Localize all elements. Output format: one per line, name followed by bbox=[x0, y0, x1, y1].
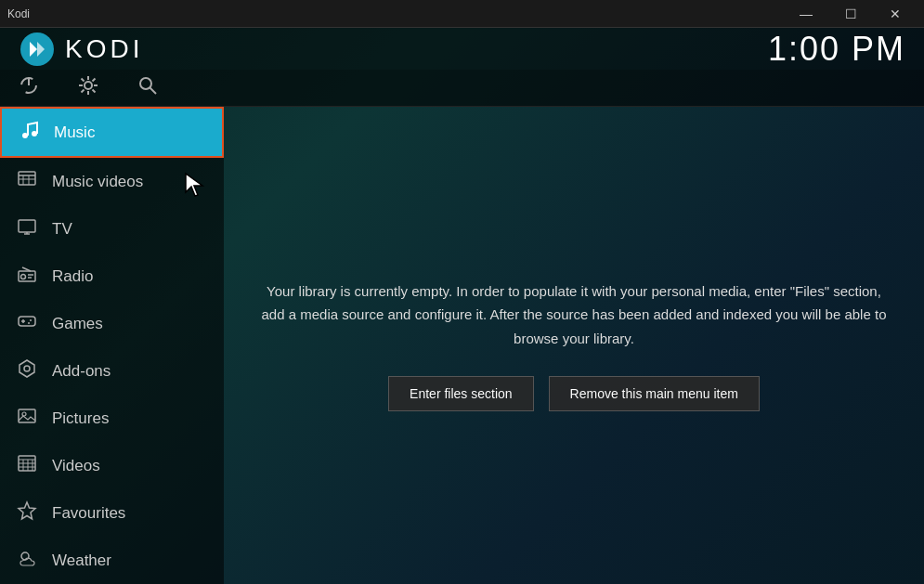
settings-button[interactable] bbox=[72, 70, 104, 106]
svg-rect-18 bbox=[19, 172, 35, 185]
power-button[interactable] bbox=[13, 70, 45, 106]
enter-files-button[interactable]: Enter files section bbox=[388, 376, 534, 411]
svg-point-27 bbox=[21, 275, 26, 279]
sidebar-item-addons[interactable]: Add-ons bbox=[0, 347, 224, 395]
svg-rect-31 bbox=[19, 317, 35, 326]
window-controls: — ☐ ✕ bbox=[785, 0, 917, 28]
svg-line-10 bbox=[82, 79, 85, 82]
radio-icon bbox=[15, 264, 39, 289]
topbar: KODI 1:00 PM bbox=[0, 28, 924, 70]
minimize-button[interactable]: — bbox=[785, 0, 827, 28]
window-chrome: Kodi — ☐ ✕ bbox=[0, 0, 924, 28]
svg-line-12 bbox=[93, 79, 96, 82]
sidebar-item-radio-label: Radio bbox=[52, 267, 93, 286]
music-icon bbox=[17, 120, 41, 145]
svg-point-5 bbox=[85, 82, 92, 89]
search-button[interactable] bbox=[132, 70, 163, 106]
app-container: KODI 1:00 PM bbox=[0, 28, 924, 584]
svg-point-34 bbox=[30, 319, 32, 321]
sidebar-item-music-videos-label: Music videos bbox=[52, 173, 143, 191]
power-icon bbox=[19, 75, 39, 96]
sidebar-item-favourites-label: Favourites bbox=[52, 504, 125, 523]
nav-icons-bar bbox=[0, 70, 924, 107]
sidebar-item-music-label: Music bbox=[54, 123, 95, 142]
sidebar: Music Music videos bbox=[0, 107, 224, 584]
svg-point-35 bbox=[28, 322, 30, 324]
sidebar-item-videos-label: Videos bbox=[52, 457, 100, 475]
sidebar-item-favourites[interactable]: Favourites bbox=[0, 489, 224, 537]
sidebar-item-music-videos[interactable]: Music videos bbox=[0, 158, 224, 205]
sidebar-item-music[interactable]: Music bbox=[0, 107, 224, 158]
main-content: Your library is currently empty. In orde… bbox=[224, 107, 924, 584]
maximize-button[interactable]: ☐ bbox=[829, 0, 872, 28]
remove-menu-item-button[interactable]: Remove this main menu item bbox=[549, 376, 760, 411]
sidebar-item-games[interactable]: Games bbox=[0, 300, 224, 347]
content-area: Music Music videos bbox=[0, 107, 924, 584]
kodi-logo: KODI bbox=[19, 31, 143, 68]
close-button[interactable]: ✕ bbox=[874, 0, 917, 28]
pictures-icon bbox=[15, 406, 39, 431]
svg-line-11 bbox=[93, 90, 96, 93]
svg-rect-37 bbox=[19, 409, 35, 422]
sidebar-item-games-label: Games bbox=[52, 315, 103, 333]
svg-marker-46 bbox=[19, 502, 35, 519]
videos-icon bbox=[15, 453, 39, 478]
favourites-icon bbox=[15, 500, 39, 526]
sidebar-item-radio[interactable]: Radio bbox=[0, 253, 224, 300]
svg-point-38 bbox=[22, 412, 26, 416]
sidebar-item-tv[interactable]: TV bbox=[0, 205, 224, 253]
sidebar-item-pictures-label: Pictures bbox=[52, 409, 109, 428]
tv-icon bbox=[15, 216, 39, 241]
svg-point-36 bbox=[24, 366, 30, 371]
action-buttons: Enter files section Remove this main men… bbox=[388, 376, 760, 411]
weather-icon bbox=[15, 548, 39, 573]
sidebar-item-addons-label: Add-ons bbox=[52, 362, 111, 381]
sidebar-item-weather-label: Weather bbox=[52, 552, 111, 570]
app-name: KODI bbox=[65, 34, 143, 64]
games-icon bbox=[15, 311, 39, 336]
window-title: Kodi bbox=[7, 7, 30, 20]
sidebar-item-weather[interactable]: Weather bbox=[0, 537, 224, 584]
svg-rect-23 bbox=[19, 220, 35, 232]
empty-library-message: Your library is currently empty. In orde… bbox=[261, 279, 887, 351]
sidebar-item-videos[interactable]: Videos bbox=[0, 442, 224, 489]
svg-point-47 bbox=[21, 552, 29, 560]
svg-line-15 bbox=[150, 88, 157, 95]
addons-icon bbox=[15, 358, 39, 383]
settings-icon bbox=[78, 75, 98, 96]
sidebar-item-tv-label: TV bbox=[52, 220, 72, 239]
music-videos-icon bbox=[15, 169, 39, 194]
sidebar-item-pictures[interactable]: Pictures bbox=[0, 395, 224, 442]
search-icon bbox=[137, 75, 158, 96]
clock-display: 1:00 PM bbox=[768, 30, 905, 69]
svg-line-13 bbox=[82, 90, 85, 93]
kodi-icon bbox=[19, 31, 56, 68]
svg-point-14 bbox=[140, 78, 151, 89]
window-title-text: Kodi bbox=[7, 7, 30, 20]
